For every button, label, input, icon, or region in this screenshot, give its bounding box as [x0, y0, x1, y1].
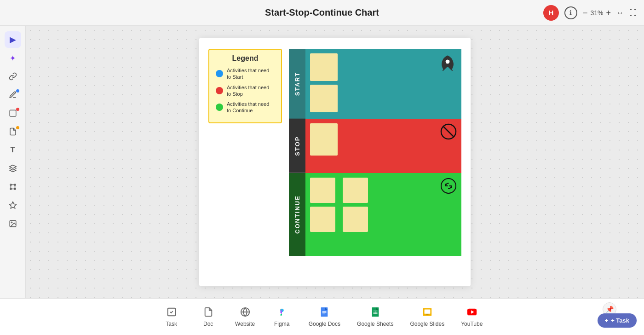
task-fab-plus: +	[605, 317, 609, 324]
svg-point-3	[10, 188, 12, 190]
zoom-out-button[interactable]: −	[583, 9, 588, 17]
continue-icon	[440, 178, 457, 197]
legend-start-label: Activities that need to Start	[227, 67, 275, 81]
doc-label: Doc	[203, 321, 213, 327]
tool-magic[interactable]	[5, 197, 21, 214]
stop-label: STOP	[289, 119, 305, 173]
fullscreen-button[interactable]: ⛶	[629, 9, 637, 17]
svg-rect-14	[321, 307, 328, 316]
youtube-label: YouTube	[461, 321, 483, 327]
stop-icon	[440, 123, 457, 143]
topbar: Start-Stop-Continue Chart H ℹ − 31% + ↔ …	[0, 0, 644, 26]
svg-rect-24	[424, 309, 430, 313]
bottom-youtube[interactable]: YouTube	[453, 303, 491, 331]
bottom-website[interactable]: Website	[227, 303, 264, 331]
continue-row: CONTINUE	[289, 173, 461, 256]
gdocs-label: Google Docs	[309, 321, 340, 327]
gsheets-icon	[370, 307, 380, 319]
website-label: Website	[235, 321, 255, 327]
doc-icon	[203, 307, 213, 319]
bottom-gdocs[interactable]: Google Docs	[300, 303, 349, 331]
fit-width-button[interactable]: ↔	[616, 9, 624, 17]
sticky-note[interactable]	[310, 85, 338, 112]
whiteboard: Legend Activities that need to Start Act…	[199, 38, 471, 286]
gslides-label: Google Slides	[410, 321, 444, 327]
svg-marker-5	[9, 202, 16, 208]
svg-point-7	[11, 222, 12, 223]
info-button[interactable]: ℹ	[564, 6, 577, 19]
legend-item-stop: Activities that need to Stop	[216, 84, 275, 98]
legend-item-start: Activities that need to Start	[216, 67, 275, 81]
zoom-controls: − 31% +	[583, 9, 611, 17]
bottom-bar: Task Doc Website Figma	[0, 298, 644, 335]
svg-point-8	[446, 60, 449, 64]
zoom-in-button[interactable]: +	[606, 9, 611, 17]
start-content	[305, 49, 461, 119]
website-icon	[240, 307, 250, 319]
tool-media[interactable]	[5, 215, 21, 232]
svg-point-11	[441, 179, 456, 193]
tool-select[interactable]: ▶	[5, 31, 21, 48]
bottom-gsheets[interactable]: Google Sheets	[349, 303, 402, 331]
stop-row: STOP	[289, 119, 461, 173]
task-fab-label: + Task	[611, 317, 629, 324]
figma-icon	[277, 307, 287, 319]
legend-item-continue: Activities that need to Continue	[216, 101, 275, 114]
legend-continue-label: Activities that need to Continue	[227, 101, 275, 114]
start-dot	[216, 70, 223, 77]
sticky-note[interactable]	[310, 53, 338, 81]
bottom-task[interactable]: Task	[153, 303, 190, 331]
chart-container: START	[289, 49, 461, 256]
stop-content	[305, 119, 461, 173]
figma-label: Figma	[274, 321, 289, 327]
tool-highlight[interactable]	[5, 160, 21, 177]
svg-line-10	[443, 127, 454, 137]
note-dot	[16, 126, 19, 129]
legend-title: Legend	[216, 54, 275, 63]
sticky-note[interactable]	[310, 123, 338, 156]
bottom-doc[interactable]: Doc	[190, 303, 227, 331]
tool-text[interactable]: T	[5, 142, 21, 158]
tool-shape[interactable]	[5, 105, 21, 121]
sticky-note[interactable]	[310, 207, 335, 232]
start-icon	[438, 53, 457, 75]
zoom-level: 31%	[590, 9, 603, 17]
tool-ai[interactable]: ✦	[5, 50, 21, 66]
svg-point-2	[14, 184, 16, 185]
pen-dot	[16, 89, 19, 92]
tool-note[interactable]	[5, 123, 21, 140]
legend-stop-label: Activities that need to Stop	[227, 84, 275, 98]
task-icon	[167, 307, 177, 319]
continue-label: CONTINUE	[289, 173, 305, 256]
svg-rect-15	[322, 311, 327, 312]
bottom-gslides[interactable]: Google Slides	[402, 303, 453, 331]
tool-components[interactable]	[5, 179, 21, 195]
gsheets-label: Google Sheets	[357, 321, 393, 327]
sidebar: ▶ ✦ T	[0, 26, 26, 298]
start-label: START	[289, 49, 305, 119]
bottom-figma[interactable]: Figma	[264, 303, 300, 331]
gslides-icon	[422, 307, 432, 319]
svg-rect-17	[322, 313, 325, 314]
tool-link[interactable]	[5, 68, 21, 85]
sticky-note[interactable]	[310, 178, 335, 203]
avatar-button[interactable]: H	[543, 5, 559, 21]
task-label: Task	[166, 321, 177, 327]
legend: Legend Activities that need to Start Act…	[208, 49, 282, 123]
shape-dot	[16, 108, 19, 111]
main-layout: ▶ ✦ T	[0, 26, 644, 298]
tool-pen[interactable]	[5, 87, 21, 103]
svg-rect-0	[10, 110, 16, 116]
continue-dot	[216, 104, 223, 111]
page-title: Start-Stop-Continue Chart	[265, 7, 379, 18]
continue-content	[305, 173, 461, 256]
sticky-note[interactable]	[343, 178, 368, 203]
start-row: START	[289, 49, 461, 119]
sticky-note[interactable]	[343, 207, 368, 232]
gdocs-icon	[319, 307, 329, 319]
task-fab-button[interactable]: + + Task	[598, 313, 637, 328]
svg-rect-25	[426, 314, 429, 315]
stop-dot	[216, 87, 223, 94]
canvas-area: Legend Activities that need to Start Act…	[26, 26, 644, 298]
youtube-icon	[467, 307, 477, 319]
